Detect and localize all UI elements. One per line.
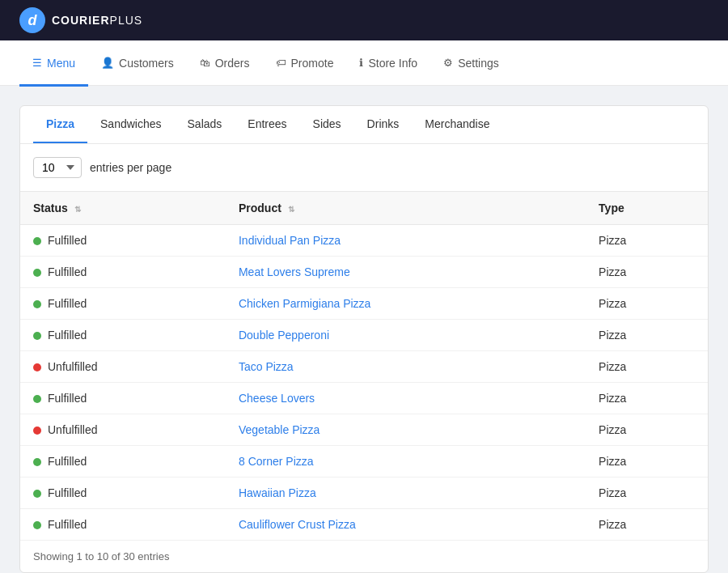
tab-sides[interactable]: Sides xyxy=(300,106,354,143)
nav-menu-label: Menu xyxy=(47,57,75,70)
orders-icon: 🛍 xyxy=(200,57,210,69)
cell-product: Hawaiian Pizza xyxy=(226,478,586,509)
entries-per-page-select[interactable]: 5 10 25 50 100 xyxy=(33,157,82,178)
logo: d COURIERPLUS xyxy=(19,7,142,33)
category-tabs: Pizza Sandwiches Salads Entrees Sides Dr… xyxy=(20,106,708,144)
menu-icon: ☰ xyxy=(32,57,42,69)
cell-status: Fulfilled xyxy=(20,257,226,288)
status-dot xyxy=(33,332,41,340)
product-link[interactable]: Hawaiian Pizza xyxy=(239,486,316,499)
nav-promote-label: Promote xyxy=(291,57,334,70)
cell-type: Pizza xyxy=(586,446,708,478)
tab-salads[interactable]: Salads xyxy=(175,106,235,143)
nav-settings-label: Settings xyxy=(458,57,499,70)
logo-icon: d xyxy=(19,7,45,33)
cell-type: Pizza xyxy=(586,509,708,541)
cell-status: Unfulfilled xyxy=(20,414,226,446)
cell-product: 8 Corner Pizza xyxy=(226,446,586,478)
customers-icon: 👤 xyxy=(101,57,114,69)
product-link[interactable]: Taco Pizza xyxy=(239,360,294,373)
product-link[interactable]: Cauliflower Crust Pizza xyxy=(239,518,356,531)
cell-product: Taco Pizza xyxy=(226,351,586,383)
status-dot xyxy=(33,490,41,498)
table-row: UnfulfilledVegetable PizzaPizza xyxy=(20,414,708,446)
cell-status: Unfulfilled xyxy=(20,351,226,383)
promote-icon: 🏷 xyxy=(276,57,286,69)
cell-type: Pizza xyxy=(586,320,708,351)
store-info-icon: ℹ xyxy=(359,57,363,69)
sort-product-icon[interactable]: ⇅ xyxy=(288,205,294,214)
status-dot xyxy=(33,363,41,371)
nav-customers[interactable]: 👤 Customers xyxy=(88,42,187,87)
nav-items: ☰ Menu 👤 Customers 🛍 Orders 🏷 Promote ℹ … xyxy=(19,40,512,85)
tab-sandwiches[interactable]: Sandwiches xyxy=(87,106,175,143)
product-link[interactable]: Chicken Parmigiana Pizza xyxy=(239,297,370,310)
tab-merchandise[interactable]: Merchandise xyxy=(412,106,502,143)
showing-text: Showing 1 to 10 of 30 entries xyxy=(33,550,169,562)
product-link[interactable]: Meat Lovers Supreme xyxy=(239,265,350,278)
table-row: UnfulfilledTaco PizzaPizza xyxy=(20,351,708,383)
cell-type: Pizza xyxy=(586,478,708,509)
cell-type: Pizza xyxy=(586,225,708,257)
product-link[interactable]: Individual Pan Pizza xyxy=(239,234,341,247)
products-table: Status ⇅ Product ⇅ Type FulfilledIndivid… xyxy=(20,191,708,540)
cell-status: Fulfilled xyxy=(20,383,226,414)
cell-product: Cauliflower Crust Pizza xyxy=(226,509,586,541)
nav-promote[interactable]: 🏷 Promote xyxy=(263,42,347,87)
nav-store-info[interactable]: ℹ Store Info xyxy=(346,42,430,87)
status-dot xyxy=(33,395,41,403)
status-dot xyxy=(33,269,41,277)
cell-status: Fulfilled xyxy=(20,478,226,509)
main-content: Pizza Sandwiches Salads Entrees Sides Dr… xyxy=(0,86,728,573)
status-dot xyxy=(33,300,41,308)
cell-type: Pizza xyxy=(586,257,708,288)
navbar: ☰ Menu 👤 Customers 🛍 Orders 🏷 Promote ℹ … xyxy=(0,40,728,86)
table-row: FulfilledChicken Parmigiana PizzaPizza xyxy=(20,288,708,320)
status-dot xyxy=(33,458,41,466)
table-row: FulfilledHawaiian PizzaPizza xyxy=(20,478,708,509)
sort-status-icon[interactable]: ⇅ xyxy=(74,205,81,214)
tab-pizza[interactable]: Pizza xyxy=(33,106,87,143)
cell-status: Fulfilled xyxy=(20,288,226,320)
tab-entrees[interactable]: Entrees xyxy=(235,106,299,143)
entries-row: 5 10 25 50 100 entries per page xyxy=(20,144,708,191)
status-dot xyxy=(33,237,41,245)
product-link[interactable]: Vegetable Pizza xyxy=(239,423,320,436)
table-row: Fulfilled8 Corner PizzaPizza xyxy=(20,446,708,478)
product-link[interactable]: Double Pepperoni xyxy=(239,329,329,342)
cell-type: Pizza xyxy=(586,288,708,320)
cell-type: Pizza xyxy=(586,383,708,414)
status-dot xyxy=(33,521,41,529)
topbar: d COURIERPLUS xyxy=(0,0,728,40)
cell-product: Meat Lovers Supreme xyxy=(226,257,586,288)
status-dot xyxy=(33,427,41,435)
cell-status: Fulfilled xyxy=(20,446,226,478)
cell-status: Fulfilled xyxy=(20,225,226,257)
table-row: FulfilledMeat Lovers SupremePizza xyxy=(20,257,708,288)
nav-store-info-label: Store Info xyxy=(368,57,417,70)
tab-drinks[interactable]: Drinks xyxy=(354,106,413,143)
table-header-row: Status ⇅ Product ⇅ Type xyxy=(20,192,708,225)
nav-menu[interactable]: ☰ Menu xyxy=(19,42,88,87)
product-link[interactable]: Cheese Lovers xyxy=(239,392,315,405)
cell-type: Pizza xyxy=(586,414,708,446)
nav-orders[interactable]: 🛍 Orders xyxy=(187,42,263,87)
logo-text: COURIERPLUS xyxy=(52,14,142,27)
menu-card: Pizza Sandwiches Salads Entrees Sides Dr… xyxy=(19,105,709,573)
col-header-type: Type xyxy=(586,192,708,225)
table-row: FulfilledCauliflower Crust PizzaPizza xyxy=(20,509,708,541)
cell-status: Fulfilled xyxy=(20,509,226,541)
col-header-status: Status ⇅ xyxy=(20,192,226,225)
entries-label: entries per page xyxy=(90,161,171,174)
cell-type: Pizza xyxy=(586,351,708,383)
table-row: FulfilledCheese LoversPizza xyxy=(20,383,708,414)
product-link[interactable]: 8 Corner Pizza xyxy=(239,455,314,468)
cell-product: Cheese Lovers xyxy=(226,383,586,414)
cell-product: Vegetable Pizza xyxy=(226,414,586,446)
table-footer: Showing 1 to 10 of 30 entries xyxy=(20,540,708,572)
cell-status: Fulfilled xyxy=(20,320,226,351)
table-row: FulfilledIndividual Pan PizzaPizza xyxy=(20,225,708,257)
cell-product: Individual Pan Pizza xyxy=(226,225,586,257)
nav-settings[interactable]: ⚙ Settings xyxy=(430,42,512,87)
col-header-product: Product ⇅ xyxy=(226,192,586,225)
